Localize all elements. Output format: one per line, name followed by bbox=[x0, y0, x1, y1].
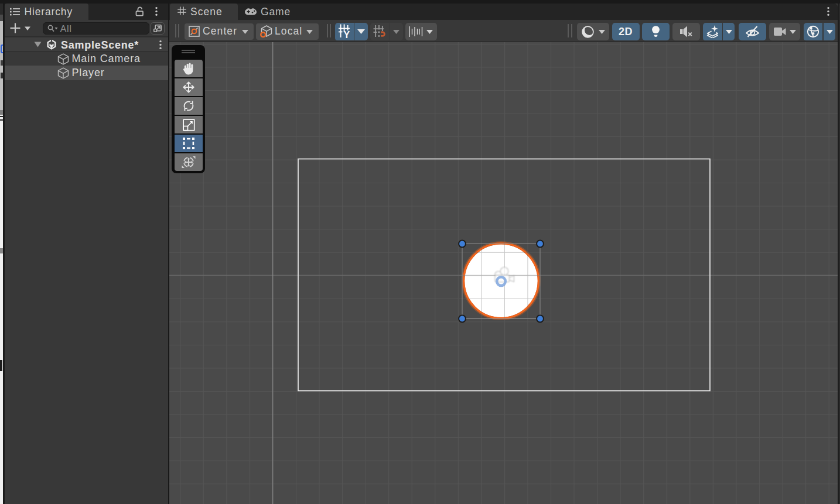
svg-text:Y: Y bbox=[343, 30, 350, 39]
